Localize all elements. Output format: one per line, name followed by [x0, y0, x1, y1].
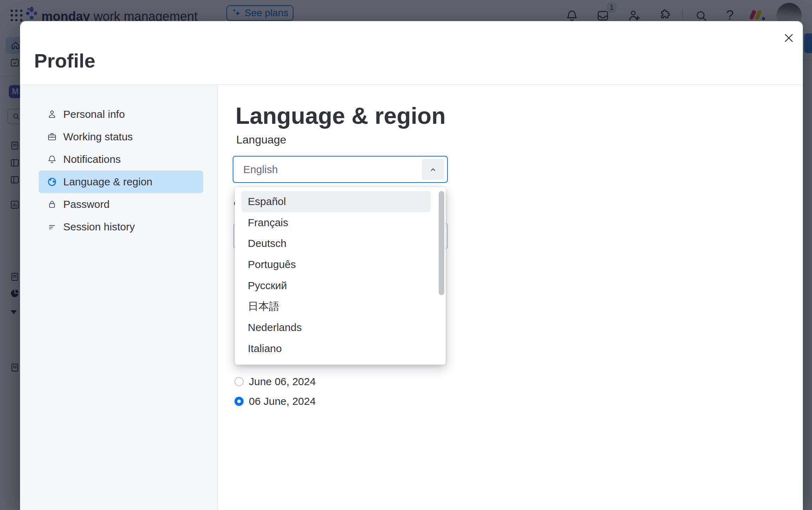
language-option-deutsch[interactable]: Deutsch [241, 233, 431, 254]
history-icon [47, 222, 57, 232]
briefcase-icon [47, 132, 57, 142]
nav-item-session-history[interactable]: Session history [39, 216, 203, 238]
date-format-option-1[interactable]: June 06, 2024 [234, 376, 316, 388]
nav-label: Session history [63, 221, 135, 233]
person-icon [47, 109, 57, 120]
nav-item-personal-info[interactable]: Personal info [39, 103, 203, 126]
language-select[interactable]: English [233, 156, 448, 183]
dropdown-scrollbar-thumb[interactable] [439, 191, 444, 295]
nav-item-working-status[interactable]: Working status [39, 126, 203, 148]
nav-item-language-region[interactable]: Language & region [39, 171, 203, 193]
language-option-italiano[interactable]: Italiano [241, 338, 431, 359]
language-option-espanol[interactable]: Español [241, 191, 431, 212]
profile-modal: Profile Personal info Working [20, 21, 803, 510]
radio-unselected-icon[interactable] [234, 377, 244, 386]
language-option-portugues[interactable]: Português [241, 254, 431, 275]
nav-label: Password [63, 198, 110, 210]
modal-title: Profile [34, 49, 95, 72]
nav-item-notifications[interactable]: Notifications [39, 148, 203, 171]
profile-nav: Personal info Working status Notificatio… [39, 103, 203, 238]
language-field-label: Language [236, 133, 286, 146]
language-option-japanese[interactable]: 日本語 [241, 296, 431, 317]
globe-icon [47, 177, 57, 187]
bell-icon [47, 154, 57, 165]
language-option-nederlands[interactable]: Nederlands [241, 317, 431, 338]
nav-label: Language & region [63, 176, 153, 188]
nav-item-password[interactable]: Password [39, 193, 203, 216]
language-dropdown: Español Français Deutsch Português Русск… [235, 187, 446, 365]
close-icon [783, 32, 795, 44]
collapse-dropdown-button[interactable] [422, 159, 444, 180]
radio-selected-icon[interactable] [234, 397, 244, 406]
language-select-value: English [243, 157, 278, 182]
chevron-up-icon [428, 165, 438, 174]
nav-label: Personal info [63, 108, 125, 120]
nav-label: Notifications [63, 153, 121, 165]
screen: monday work management See plans 1 [0, 0, 812, 510]
language-option-russian[interactable]: Русский [241, 275, 431, 296]
lock-icon [47, 199, 57, 210]
date-format-label: June 06, 2024 [249, 376, 316, 388]
date-format-option-2[interactable]: 06 June, 2024 [234, 395, 316, 407]
date-format-label: 06 June, 2024 [249, 395, 316, 407]
modal-sidebar-divider [217, 85, 218, 510]
language-options-list: Español Français Deutsch Português Русск… [241, 191, 431, 359]
nav-label: Working status [63, 131, 133, 143]
close-button[interactable] [781, 30, 797, 46]
language-option-francais[interactable]: Français [241, 212, 431, 233]
page-title: Language & region [236, 102, 446, 129]
